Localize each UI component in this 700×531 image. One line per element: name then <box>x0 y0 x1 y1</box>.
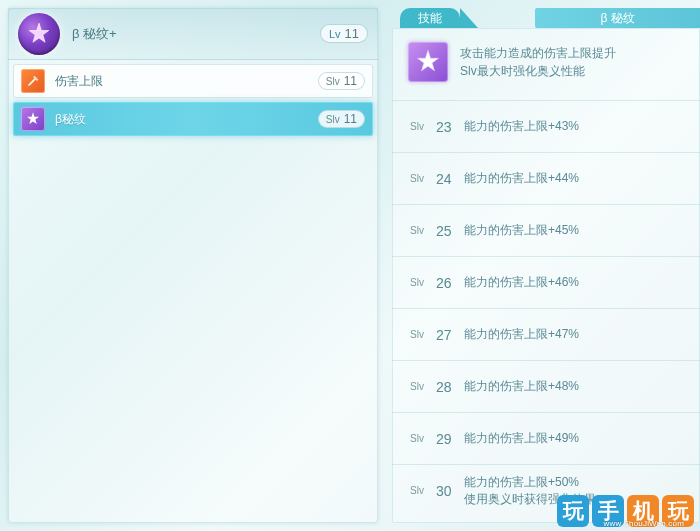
level-row: Slv 29 能力的伤害上限+49% <box>392 412 700 464</box>
detail-body[interactable]: 攻击能力造成的伤害上限提升 Slv最大时强化奥义性能 Slv 23 能力的伤害上… <box>392 28 700 523</box>
slv-value: 11 <box>344 74 357 88</box>
level-number: 27 <box>436 327 464 343</box>
slv-label: Slv <box>410 329 436 340</box>
star-icon <box>408 42 448 82</box>
level-effect: 能力的伤害上限+47% <box>464 326 579 343</box>
level-effect: 能力的伤害上限+49% <box>464 430 579 447</box>
desc-line: 攻击能力造成的伤害上限提升 <box>460 44 616 62</box>
lv-label: Lv <box>329 28 341 40</box>
skill-row-beta-rune[interactable]: β秘纹 Slv 11 <box>13 102 373 136</box>
effect-line: 能力的伤害上限+50% <box>464 474 596 491</box>
level-number: 26 <box>436 275 464 291</box>
level-list: Slv 23 能力的伤害上限+43% Slv 24 能力的伤害上限+44% Sl… <box>392 100 700 516</box>
slv-label: Slv <box>326 114 340 125</box>
tab-skill[interactable]: 技能 <box>400 8 460 28</box>
level-number: 23 <box>436 119 464 135</box>
level-row: Slv 25 能力的伤害上限+45% <box>392 204 700 256</box>
skill-header: β 秘纹+ Lv 11 <box>8 8 378 60</box>
skill-name: 伤害上限 <box>55 73 318 90</box>
level-effect: 能力的伤害上限+44% <box>464 170 579 187</box>
slv-value: 11 <box>344 112 357 126</box>
level-number: 28 <box>436 379 464 395</box>
slv-label: Slv <box>410 485 436 496</box>
detail-header: 技能 β 秘纹 <box>392 8 700 28</box>
level-row: Slv 28 能力的伤害上限+48% <box>392 360 700 412</box>
sword-icon <box>21 69 45 93</box>
skill-description: 攻击能力造成的伤害上限提升 Slv最大时强化奥义性能 <box>392 28 700 100</box>
slv-label: Slv <box>410 225 436 236</box>
watermark-url: www.ShouJiWan.com <box>604 519 684 528</box>
level-number: 29 <box>436 431 464 447</box>
level-badge: Lv 11 <box>320 24 368 43</box>
level-number: 30 <box>436 483 464 499</box>
level-effect: 能力的伤害上限+48% <box>464 378 579 395</box>
slv-label: Slv <box>410 173 436 184</box>
desc-line: Slv最大时强化奥义性能 <box>460 62 616 80</box>
slv-label: Slv <box>410 277 436 288</box>
level-effect: 能力的伤害上限+46% <box>464 274 579 291</box>
description-text: 攻击能力造成的伤害上限提升 Slv最大时强化奥义性能 <box>460 44 616 80</box>
watermark-logo: 玩 手 机 玩 www.ShouJiWan.com <box>557 495 694 527</box>
slv-label: Slv <box>410 121 436 132</box>
slv-label: Slv <box>326 76 340 87</box>
level-row: Slv 27 能力的伤害上限+47% <box>392 308 700 360</box>
slv-label: Slv <box>410 433 436 444</box>
slv-label: Slv <box>410 381 436 392</box>
skill-header-title: β 秘纹+ <box>72 25 320 43</box>
skill-name: β秘纹 <box>55 111 318 128</box>
slv-badge: Slv 11 <box>318 72 365 90</box>
skill-list-panel: β 秘纹+ Lv 11 伤害上限 Slv 11 β秘纹 Slv 11 <box>8 8 378 523</box>
rune-star-icon <box>18 13 60 55</box>
star-icon <box>21 107 45 131</box>
level-row: Slv 24 能力的伤害上限+44% <box>392 152 700 204</box>
detail-title: β 秘纹 <box>535 8 700 28</box>
slv-badge: Slv 11 <box>318 110 365 128</box>
watermark-char: 玩 <box>557 495 589 527</box>
lv-value: 11 <box>345 26 359 41</box>
skill-detail-panel: 技能 β 秘纹 攻击能力造成的伤害上限提升 Slv最大时强化奥义性能 Slv 2… <box>392 8 700 523</box>
level-effect: 能力的伤害上限+43% <box>464 118 579 135</box>
level-number: 25 <box>436 223 464 239</box>
level-effect: 能力的伤害上限+45% <box>464 222 579 239</box>
level-row: Slv 26 能力的伤害上限+46% <box>392 256 700 308</box>
level-row: Slv 23 能力的伤害上限+43% <box>392 100 700 152</box>
level-number: 24 <box>436 171 464 187</box>
skill-row-damage-cap[interactable]: 伤害上限 Slv 11 <box>13 64 373 98</box>
